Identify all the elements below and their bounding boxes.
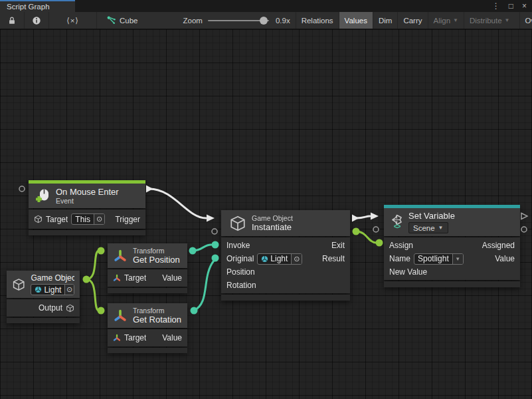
chevron-down-icon: ▼	[453, 17, 458, 23]
port-new-value-input[interactable]	[376, 239, 383, 247]
port-label-new-value: New Value	[389, 267, 427, 277]
port-label-trigger: Trigger	[115, 215, 140, 224]
port-label-invoke: Invoke	[226, 241, 250, 250]
port-label-assigned: Assigned	[482, 241, 515, 250]
target-object-field[interactable]: This ⊙	[71, 213, 105, 225]
transform-icon	[113, 334, 121, 342]
wire-output-to-getrotation	[86, 279, 99, 311]
port-label-exit: Exit	[331, 241, 345, 250]
code-view-button[interactable]: ⟨×⟩	[49, 12, 97, 29]
zoom-value: 0.9x	[276, 17, 290, 25]
dim-button[interactable]: Dim	[373, 12, 397, 29]
port-label-target: Target	[124, 273, 146, 283]
node-title: Set Variable	[408, 211, 455, 221]
zoom-label: Zoom	[183, 17, 203, 25]
node-title: On Mouse Enter	[56, 187, 119, 197]
align-button[interactable]: Align ▼	[428, 12, 464, 29]
wire-exit-to-assign	[357, 216, 370, 218]
chevron-down-icon[interactable]: ▼	[452, 254, 463, 264]
light-object-field[interactable]: Light ⊙	[31, 284, 74, 295]
lock-button[interactable]	[0, 12, 25, 29]
port-value-output[interactable]	[521, 227, 527, 232]
relations-button[interactable]: Relations	[296, 12, 339, 29]
port-label-target: Target	[124, 333, 146, 342]
code-view-icon: ⟨×⟩	[66, 16, 79, 25]
port-label-value: Value	[162, 333, 182, 342]
node-get-rotation[interactable]: Transform Get Rotation Target Value	[108, 303, 187, 353]
tab-script-graph[interactable]: Script Graph	[0, 0, 75, 12]
node-title: Get Position	[133, 255, 180, 265]
carry-button[interactable]: Carry	[397, 12, 427, 29]
port-label-value: Value	[495, 254, 515, 263]
game-object-icon	[66, 304, 74, 313]
window-menu-icon[interactable]: ⋮	[492, 0, 500, 12]
port-target-input[interactable]	[98, 247, 105, 255]
node-category: Transform	[133, 307, 181, 315]
port-result-output[interactable]	[353, 228, 360, 235]
game-object-ball-icon	[35, 286, 42, 293]
maximize-icon[interactable]: □	[509, 0, 513, 12]
wire-arrowhead	[207, 215, 215, 222]
wire-output-to-getposition	[86, 251, 99, 279]
zoom-slider-handle[interactable]	[260, 17, 268, 25]
wire-getposition-to-position	[193, 245, 211, 251]
variable-name-field[interactable]: Spotlight ▼	[414, 253, 464, 265]
original-object-field[interactable]: Light ⊙	[257, 253, 302, 265]
port-label-original: Original	[226, 254, 254, 263]
game-object-icon	[34, 215, 43, 223]
port-label-name: Name	[389, 254, 410, 263]
port-label-result: Result	[322, 254, 345, 263]
port-label-value: Value	[162, 273, 182, 283]
game-object-icon	[12, 277, 25, 292]
transform-icon	[113, 274, 121, 282]
title-bar: Script Graph ⋮ □ ×	[0, 0, 532, 12]
port-position-input[interactable]	[212, 241, 219, 249]
zoom-slider[interactable]	[208, 20, 269, 21]
node-on-mouse-enter[interactable]: On Mouse Enter Event Target This ⊙ Trigg…	[29, 180, 145, 235]
graph-reference[interactable]: Cube	[97, 15, 145, 25]
mouse-enter-icon	[35, 188, 50, 204]
port-rotation-input[interactable]	[212, 255, 219, 262]
port-label-target: Target	[46, 215, 68, 224]
overview-button[interactable]: Overview	[519, 12, 532, 29]
port-label-output: Output	[39, 303, 62, 313]
port-original-input[interactable]	[212, 229, 217, 234]
info-button[interactable]	[25, 12, 49, 29]
game-object-ball-icon	[261, 255, 268, 263]
graph-icon	[106, 15, 116, 25]
node-instantiate[interactable]: Game Object Instantiate Invoke Exit Orig…	[221, 210, 350, 301]
graph-toolbar: ⟨×⟩ Cube Zoom 0.9x Relations Values Dim …	[0, 12, 532, 29]
port-target-input[interactable]	[98, 307, 105, 315]
distribute-button[interactable]: Distribute ▼	[464, 12, 515, 29]
port-output[interactable]	[83, 276, 90, 283]
node-game-object-literal[interactable]: Game Object Light ⊙ Output	[7, 271, 80, 323]
wire-arrowhead	[371, 213, 379, 220]
close-icon[interactable]: ×	[522, 0, 527, 12]
node-set-variable[interactable]: <> Set Variable Scene ▼ Assign Assigned …	[384, 205, 520, 287]
object-picker-icon[interactable]: ⊙	[64, 285, 74, 295]
node-title: Instantiate	[252, 222, 293, 232]
lock-icon	[7, 16, 17, 25]
object-picker-icon[interactable]: ⊙	[94, 214, 104, 224]
chevron-down-icon: ▼	[505, 17, 510, 23]
chevron-down-icon: ▼	[438, 225, 444, 231]
port-value-output[interactable]	[189, 247, 197, 255]
port-exit-output[interactable]	[352, 215, 359, 222]
port-label-rotation: Rotation	[226, 281, 256, 290]
game-object-icon	[229, 215, 246, 232]
graph-canvas[interactable]: On Mouse Enter Event Target This ⊙ Trigg…	[0, 29, 532, 399]
port-assigned-output[interactable]	[521, 213, 527, 219]
node-get-position[interactable]: Transform Get Position Target Value	[108, 243, 187, 293]
wire-getrotation-to-rotation	[194, 261, 214, 311]
variable-scope-dropdown[interactable]: Scene ▼	[408, 222, 448, 233]
object-picker-icon[interactable]: ⊙	[291, 254, 302, 264]
wire-trigger-to-invoke	[149, 189, 206, 218]
port-value-output[interactable]	[191, 307, 198, 315]
node-title: Game Object	[31, 273, 74, 283]
node-subtitle: Event	[56, 197, 119, 205]
port-trigger-output[interactable]	[146, 186, 153, 193]
port-name-input[interactable]	[373, 227, 379, 232]
node-title: Get Rotation	[133, 315, 181, 325]
port-target-input[interactable]	[19, 186, 25, 192]
values-button[interactable]: Values	[339, 12, 373, 29]
